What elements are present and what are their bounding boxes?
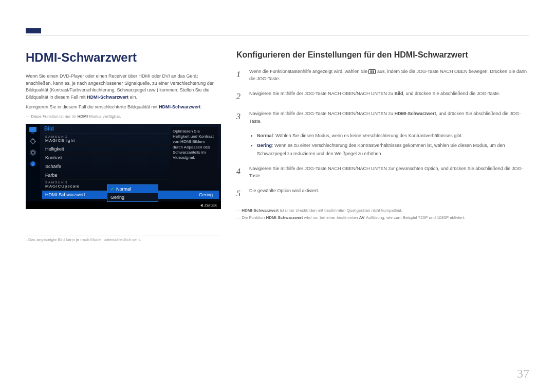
label: MAGICBright bbox=[45, 138, 75, 143]
bold: AV bbox=[359, 215, 365, 220]
text: ― Diese Funktion ist nur im bbox=[26, 114, 77, 119]
step-5: 5 Die gewählte Option wird aktiviert. bbox=[236, 187, 529, 200]
steps-list: 1 Wenn die Funktionstastenhilfe angezeig… bbox=[236, 68, 529, 125]
bullet-list: Normal: Wählen Sie diesen Modus, wenn es… bbox=[257, 132, 529, 158]
text: Navigieren Sie mithilfe der JOG-Taste NA… bbox=[249, 111, 395, 116]
text: Korrigieren Sie in diesem Fall die versc… bbox=[26, 104, 159, 109]
label: Gering bbox=[110, 195, 124, 200]
header-rule bbox=[26, 35, 529, 35]
text: : Wählen Sie diesen Modus, wenn es keine… bbox=[273, 133, 462, 138]
note-1: HDMI-Schwarzwert ist unter Umständen mit… bbox=[236, 207, 529, 214]
label: Kontrast bbox=[45, 155, 94, 160]
text: Navigieren Sie mithilfe der JOG-Taste NA… bbox=[249, 91, 395, 96]
right-column: Konfigurieren der Einstellungen für den … bbox=[236, 50, 529, 242]
header-accent bbox=[26, 28, 41, 33]
text: wird nur bei einer bestimmten bbox=[303, 215, 359, 220]
model-footnote: - Das angezeigte Bild kann je nach Model… bbox=[26, 235, 221, 242]
compat-notes: HDMI-Schwarzwert ist unter Umständen mit… bbox=[236, 207, 529, 221]
intro-para-1: Wenn Sie einen DVD-Player oder einen Rec… bbox=[26, 73, 221, 101]
picture-icon bbox=[28, 126, 38, 134]
back-label: Zurück bbox=[205, 203, 217, 208]
bullet-gering: Gering: Wenn es zu einer Verschlechterun… bbox=[257, 142, 529, 158]
step-number: 1 bbox=[236, 68, 249, 83]
text: Die Funktion bbox=[242, 215, 266, 220]
osd-footer: ◀ Zurück bbox=[26, 201, 221, 209]
text: , und drücken Sie abschließend die JOG-T… bbox=[403, 91, 501, 96]
option-gering: Gering bbox=[107, 193, 158, 201]
menu-icon bbox=[368, 69, 376, 74]
label: Farbe bbox=[45, 173, 94, 178]
page-number: 37 bbox=[517, 367, 529, 381]
svg-text:i: i bbox=[32, 162, 33, 166]
label: HDMI-Schwarzwert bbox=[45, 192, 94, 197]
text: -Auflösung, wie zum Beispiel 720P und 10… bbox=[364, 215, 465, 220]
svg-point-3 bbox=[31, 151, 34, 154]
subsection-title: Konfigurieren der Einstellungen für den … bbox=[236, 50, 529, 60]
step-number: 5 bbox=[236, 187, 249, 200]
svg-rect-0 bbox=[29, 127, 36, 132]
text: . bbox=[200, 104, 202, 109]
svg-point-2 bbox=[31, 139, 35, 143]
text: Navigieren Sie mithilfe der JOG-Taste NA… bbox=[249, 165, 529, 180]
bullet-normal: Normal: Wählen Sie diesen Modus, wenn es… bbox=[257, 132, 529, 140]
bold: HDMI-Schwarzwert bbox=[395, 111, 436, 116]
highlight: HDMI-Schwarzwert bbox=[159, 104, 200, 109]
text: ein. bbox=[128, 95, 137, 100]
label: Schärfe bbox=[45, 164, 94, 169]
osd-help-text: Optimieren Sie Helligkeit und Kontrast v… bbox=[171, 127, 218, 186]
label: Gering bbox=[257, 143, 272, 148]
text: : Wenn es zu einer Verschlechterung des … bbox=[257, 143, 505, 156]
label-prefix: SAMSUNG bbox=[45, 136, 94, 138]
text: -Modus verfügbar. bbox=[88, 114, 121, 119]
label-prefix: SAMSUNG bbox=[45, 181, 94, 183]
step-number: 3 bbox=[236, 110, 249, 125]
note-2: Die Funktion HDMI-Schwarzwert wird nur b… bbox=[236, 214, 529, 221]
section-title: HDMI-Schwarzwert bbox=[26, 50, 221, 65]
step-3: 3 Navigieren Sie mithilfe der JOG-Taste … bbox=[236, 110, 529, 125]
bold: HDMI bbox=[77, 114, 87, 119]
highlight: HDMI-Schwarzwert bbox=[87, 95, 128, 100]
value: Gering bbox=[199, 192, 216, 197]
step-2: 2 Navigieren Sie mithilfe der JOG-Taste … bbox=[236, 90, 529, 103]
osd-dropdown: ✓Normal Gering bbox=[107, 184, 158, 202]
bold: HDMI-Schwarzwert bbox=[266, 215, 303, 220]
info-icon: i bbox=[28, 160, 38, 168]
label: Normal bbox=[257, 133, 273, 138]
step-number: 4 bbox=[236, 165, 249, 180]
page: HDMI-Schwarzwert Wenn Sie einen DVD-Play… bbox=[0, 0, 555, 242]
osd-main: Bild SAMSUNGMAGICBright Benutzerdef. Hel… bbox=[40, 124, 221, 201]
steps-list-2: 4 Navigieren Sie mithilfe der JOG-Taste … bbox=[236, 165, 529, 200]
label: MAGICUpscale bbox=[45, 184, 80, 189]
osd-screenshot: i Bild SAMSUNGMAGICBright Benutzerdef. H… bbox=[26, 124, 221, 209]
text: ist unter Umständen mit bestimmten Quell… bbox=[279, 208, 402, 213]
target-icon bbox=[28, 137, 38, 145]
settings-icon bbox=[28, 148, 38, 157]
left-column: HDMI-Schwarzwert Wenn Sie einen DVD-Play… bbox=[26, 50, 221, 242]
availability-note: ― Diese Funktion ist nur im HDMI-Modus v… bbox=[26, 114, 221, 119]
back-arrow-icon: ◀ bbox=[200, 203, 202, 208]
text: Die gewählte Option wird aktiviert. bbox=[249, 187, 529, 200]
step-number: 2 bbox=[236, 90, 249, 103]
label: Helligkeit bbox=[45, 146, 94, 152]
bold: Bild bbox=[395, 91, 403, 96]
label: Normal bbox=[116, 186, 131, 192]
check-icon: ✓ bbox=[110, 186, 115, 192]
step-4: 4 Navigieren Sie mithilfe der JOG-Taste … bbox=[236, 165, 529, 180]
osd-sidebar: i bbox=[26, 124, 40, 201]
option-normal: ✓Normal bbox=[107, 185, 158, 193]
bold: HDMI-Schwarzwert bbox=[242, 208, 279, 213]
text: Wenn die Funktionstastenhilfe angezeigt … bbox=[249, 69, 368, 74]
svg-rect-1 bbox=[31, 133, 34, 134]
intro-para-2: Korrigieren Sie in diesem Fall die versc… bbox=[26, 104, 221, 111]
step-1: 1 Wenn die Funktionstastenhilfe angezeig… bbox=[236, 68, 529, 83]
